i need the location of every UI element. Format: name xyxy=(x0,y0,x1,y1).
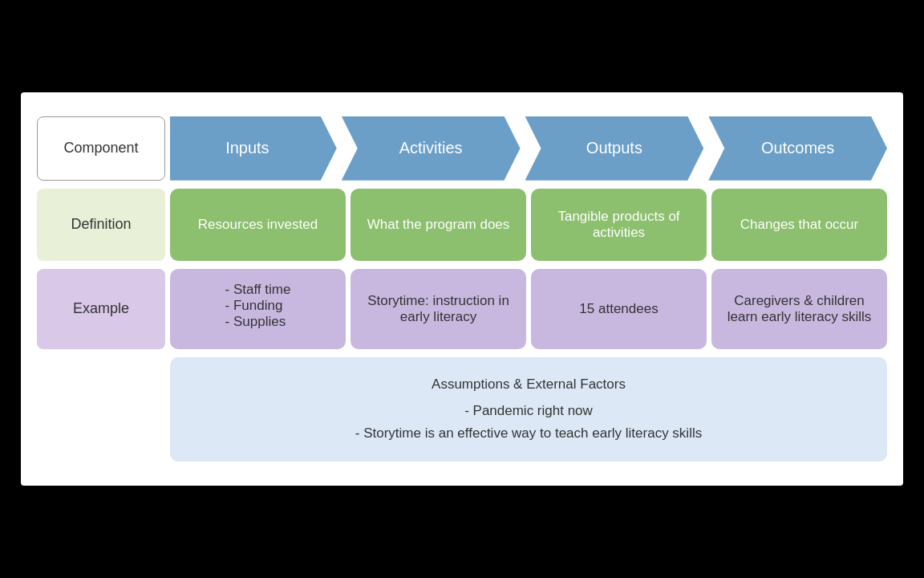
definition-activities: What the program does xyxy=(351,189,526,261)
example-row: Example - Staff time - Funding - Supplie… xyxy=(37,269,887,349)
definition-label: Definition xyxy=(37,189,165,261)
assumptions-item-1: - Pandemic right now xyxy=(194,400,863,423)
definition-row: Definition Resources invested What the p… xyxy=(37,189,887,261)
outcomes-header: Outcomes xyxy=(708,116,887,181)
activities-header: Activities xyxy=(342,116,521,181)
assumptions-box: Assumptions & External Factors - Pandemi… xyxy=(170,357,887,462)
diagram-container: Component Inputs Activities Outputs Outc… xyxy=(21,92,903,486)
header-row: Component Inputs Activities Outputs Outc… xyxy=(37,116,887,181)
example-outputs: 15 attendees xyxy=(531,269,707,349)
assumptions-title: Assumptions & External Factors xyxy=(194,373,863,397)
definition-inputs: Resources invested xyxy=(170,189,346,261)
example-activities: Storytime: instruction in early literacy xyxy=(351,269,526,349)
example-inputs-text: - Staff time - Funding - Supplies xyxy=(225,282,291,330)
definition-outcomes: Changes that occur xyxy=(711,189,887,261)
example-outcomes: Caregivers & children learn early litera… xyxy=(711,269,887,349)
example-label: Example xyxy=(37,269,165,349)
inputs-header: Inputs xyxy=(170,116,337,181)
example-inputs: - Staff time - Funding - Supplies xyxy=(170,269,346,349)
definition-outputs: Tangible products of activities xyxy=(531,189,707,261)
assumptions-item-2: - Storytime is an effective way to teach… xyxy=(194,422,863,446)
outputs-header: Outputs xyxy=(525,116,704,181)
component-label: Component xyxy=(37,116,165,181)
